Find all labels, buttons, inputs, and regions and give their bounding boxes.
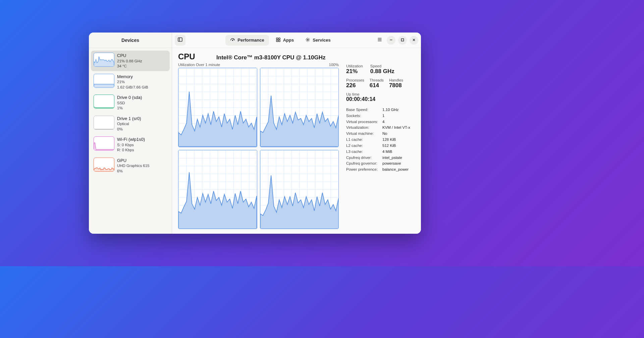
stat-handles: Handles 7808 xyxy=(389,78,403,89)
detail-key: Virtual machine: xyxy=(346,131,382,137)
tab-performance[interactable]: Performance xyxy=(225,35,269,46)
stat-value: 0.88 GHz xyxy=(370,68,394,75)
detail-row: Cpufreq driver:intel_pstate xyxy=(346,155,415,161)
stat-threads: Threads 614 xyxy=(370,78,384,89)
tab-label: Services xyxy=(313,38,331,43)
device-line1: SSD xyxy=(117,101,142,106)
device-line2: 6% xyxy=(117,169,150,174)
device-text: Memory21%1.62 GiB/7.66 GiB xyxy=(117,74,148,90)
cpu-chart-3 xyxy=(260,150,339,229)
detail-value: KVM / Intel VT-x xyxy=(382,125,410,131)
toggle-sidebar-button[interactable] xyxy=(175,35,185,46)
stat-label: Handles xyxy=(389,78,403,82)
device-line2: 0% xyxy=(117,127,141,132)
tab-apps[interactable]: Apps xyxy=(271,35,299,46)
device-thumb xyxy=(94,53,114,67)
device-item-drive-1-sr0-[interactable]: Drive 1 (sr0)Optical0% xyxy=(91,114,170,134)
device-item-drive-0-sda-[interactable]: Drive 0 (sda)SSD1% xyxy=(91,93,170,113)
device-thumb xyxy=(94,116,114,130)
svg-rect-4 xyxy=(276,38,278,39)
detail-value: balance_power xyxy=(382,167,409,173)
device-item-gpu[interactable]: GPUUHD Graphics 6156% xyxy=(91,156,170,176)
device-line2: 1% xyxy=(117,106,142,111)
cpu-chart-2 xyxy=(178,150,257,229)
detail-key: L2 cache: xyxy=(346,143,382,149)
device-line1: S: 0 Kbps xyxy=(117,143,145,148)
chart-axis-labels: Utilization Over 1 minute 100% xyxy=(178,63,339,67)
device-line2: 34 °C xyxy=(117,64,142,69)
detail-key: Cpufreq governor: xyxy=(346,161,382,167)
cpu-chart-grid xyxy=(178,68,339,229)
svg-rect-7 xyxy=(278,40,280,42)
charts-column: CPU Intel® Core™ m3-8100Y CPU @ 1.10GHz … xyxy=(178,52,339,229)
device-thumb xyxy=(94,95,114,109)
maximize-icon xyxy=(400,37,405,43)
detail-value: 4 MiB xyxy=(382,149,392,155)
detail-value: 1.10 GHz xyxy=(382,107,399,113)
detail-value: intel_pstate xyxy=(382,155,402,161)
detail-row: Base Speed:1.10 GHz xyxy=(346,107,415,113)
detail-row: L1 cache:128 KiB xyxy=(346,137,415,143)
detail-value: 1 xyxy=(382,113,384,119)
detail-value: powersave xyxy=(382,161,401,167)
detail-key: L3 cache: xyxy=(346,149,382,155)
detail-value: 4 xyxy=(382,119,384,125)
detail-key: Power preference: xyxy=(346,167,382,173)
detail-row: Cpufreq governor:powersave xyxy=(346,161,415,167)
tab-bar: Performance Apps Services xyxy=(188,35,373,46)
device-line2: 1.62 GiB/7.66 GiB xyxy=(117,85,148,90)
app-window: Devices CPU21% 0.88 GHz34 °CMemory21%1.6… xyxy=(89,33,421,234)
device-text: GPUUHD Graphics 6156% xyxy=(117,158,150,174)
device-text: Drive 1 (sr0)Optical0% xyxy=(117,116,141,132)
maximize-button[interactable] xyxy=(398,36,407,45)
svg-rect-5 xyxy=(278,38,280,39)
detail-value: No xyxy=(382,131,387,137)
detail-table: Base Speed:1.10 GHzSockets:1Virtual proc… xyxy=(346,107,415,173)
detail-key: Virtualization: xyxy=(346,125,382,131)
device-line1: 21% 0.88 GHz xyxy=(117,59,142,64)
menu-button[interactable] xyxy=(375,37,384,44)
detail-key: Sockets: xyxy=(346,113,382,119)
svg-marker-18 xyxy=(178,172,257,229)
tab-services[interactable]: Services xyxy=(301,35,335,46)
stat-label: Up time xyxy=(346,92,415,96)
stat-utilization: Utilization 21% xyxy=(346,64,363,75)
sidebar: Devices CPU21% 0.88 GHz34 °CMemory21%1.6… xyxy=(89,33,172,234)
apps-icon xyxy=(276,37,281,43)
stat-value: 226 xyxy=(346,82,364,89)
tab-label: Performance xyxy=(237,38,264,43)
svg-point-8 xyxy=(307,39,309,40)
hamburger-icon xyxy=(377,37,382,44)
stat-label: Processes xyxy=(346,78,364,82)
close-button[interactable] xyxy=(410,36,418,45)
device-line2: R: 0 Kbps xyxy=(117,148,145,153)
detail-value: 128 KiB xyxy=(382,137,396,143)
detail-key: Virtual processors: xyxy=(346,119,382,125)
device-title: Drive 0 (sda) xyxy=(117,95,142,101)
stat-label: Speed xyxy=(370,64,394,68)
device-title: GPU xyxy=(117,158,150,164)
svg-marker-17 xyxy=(260,96,339,147)
device-line1: UHD Graphics 615 xyxy=(117,163,150,169)
detail-row: Virtualization:KVM / Intel VT-x xyxy=(346,125,415,131)
device-item-wi-fi-wlp1s0-[interactable]: Wi-Fi (wlp1s0)S: 0 KbpsR: 0 Kbps xyxy=(91,134,170,155)
minimize-button[interactable] xyxy=(387,36,395,45)
cpu-model: Intel® Core™ m3-8100Y CPU @ 1.10GHz xyxy=(203,54,339,61)
detail-key: Cpufreq driver: xyxy=(346,155,382,161)
detail-key: L1 cache: xyxy=(346,137,382,143)
stat-value: 614 xyxy=(370,82,384,89)
stat-processes: Processes 226 xyxy=(346,78,364,89)
cpu-chart-1 xyxy=(260,68,339,147)
device-title: Memory xyxy=(117,74,148,80)
panel-left-icon xyxy=(177,37,183,44)
page-header: CPU Intel® Core™ m3-8100Y CPU @ 1.10GHz xyxy=(178,52,339,61)
detail-row: Sockets:1 xyxy=(346,113,415,119)
device-text: Drive 0 (sda)SSD1% xyxy=(117,95,142,111)
stat-value: 21% xyxy=(346,68,363,75)
device-thumb xyxy=(94,136,114,151)
device-item-memory[interactable]: Memory21%1.62 GiB/7.66 GiB xyxy=(91,72,170,92)
chart-x-label: Utilization Over 1 minute xyxy=(178,63,220,67)
content: CPU Intel® Core™ m3-8100Y CPU @ 1.10GHz … xyxy=(172,48,421,234)
device-item-cpu[interactable]: CPU21% 0.88 GHz34 °C xyxy=(91,51,170,71)
window-controls xyxy=(387,36,418,45)
